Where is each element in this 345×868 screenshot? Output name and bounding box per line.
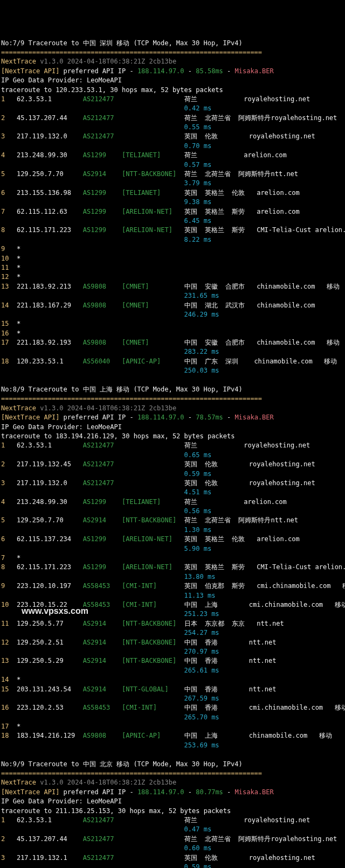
hop-host: CMI-Telia-Cust arelion.com [257,226,345,234]
hop-number: 14 [1,676,17,683]
hop-ip: 129.250.2.51 [17,639,83,646]
hop-host: royalehosting.net [244,816,310,824]
hop-asn: AS2914 [83,685,122,693]
hop-network: [NTT-BACKBONE] [122,516,184,524]
hop-network: [CMNET] [122,283,184,290]
program-name: NextTrace [1,404,40,412]
hop-network [122,816,184,824]
hop-ip: 223.120.2.53 [17,704,83,711]
hop-asn: AS212477 [83,479,122,487]
hop-host: CMI-Telia-Cust arelion.com [257,563,345,571]
hop-latency: 250.03 ms [184,367,219,374]
hop-asn: AS56040 [83,358,122,365]
hop-location: 荷兰 北荷兰省 阿姆斯特丹 [184,835,271,843]
hop-number: 9 [1,245,17,253]
hop-network: [TELIANET] [122,151,184,159]
hop-number: 10 [1,601,17,608]
hop-host: arelion.com [257,208,299,215]
hop-latency: 265.70 ms [184,713,219,721]
hop-network [122,442,184,449]
hop-row: 11 * [1,263,344,272]
hop-latency-row: 265.70 ms [1,713,344,722]
hop-ip: 217.119.132.0 [17,479,83,487]
hop-number: 1 [1,95,17,103]
hop-latency: 0.59 ms [184,863,212,868]
hop-host: ntt.net [271,170,298,178]
hop-host: arelion.com [244,151,286,159]
hop-network [122,132,184,140]
hop-host: royalehosting.net [271,114,337,122]
hop-row: 1 62.3.53.1 AS212477 荷兰 royalehosting.ne… [1,816,344,825]
separator: ========================================… [1,395,262,402]
hop-row: 18 183.194.216.129 AS9808 [APNIC-AP] 中国 … [1,731,344,740]
hop-number: 3 [1,479,17,487]
hop-host: ntt.net [257,620,284,627]
hop-number: 16 [1,330,17,337]
hop-timeout: * [17,255,20,262]
hop-location: 英国 伦敦 [184,460,249,468]
hop-timeout: * [17,245,20,253]
hop-ip: 62.3.53.1 [17,816,83,824]
hop-latency-row: 0.59 ms [1,863,344,868]
hop-asn: AS1299 [83,189,122,197]
hop-latency: 254.27 ms [184,629,219,636]
hop-timeout: * [17,554,20,562]
hop-latency: 0.47 ms [184,825,212,833]
hop-asn: AS2914 [83,657,122,664]
hop-network: [TELIANET] [122,189,184,197]
hop-ip: 213.155.136.98 [17,189,83,197]
hop-location: 中国 香港 [184,704,249,711]
hop-asn: AS1299 [83,151,122,159]
hop-latency: 0.70 ms [184,142,212,150]
hop-network: [CMI-INT] [122,704,184,711]
hop-latency: 265.61 ms [184,667,219,674]
hop-host: ntt.net [249,657,277,664]
hop-number: 17 [1,339,17,346]
hop-row: 7 * [1,554,344,563]
hop-latency-row: 253.69 ms [1,741,344,750]
hop-latency-row: 0.55 ms [1,123,344,132]
hop-latency: 9.38 ms [184,198,212,206]
hop-number: 7 [1,554,17,562]
hop-number: 4 [1,151,17,159]
hop-location: 英国 伦敦 [184,479,249,487]
hop-row: 9 * [1,244,344,254]
hop-network: [NTT-BACKBONE] [122,639,184,646]
hop-location: 荷兰 北荷兰省 阿姆斯特丹 [184,516,271,524]
hop-network: [TELIANET] [122,498,184,506]
separator: ========================================… [1,769,262,777]
hop-host: royalehosting.net [249,460,315,468]
program-name: NextTrace [1,58,40,65]
hop-number: 12 [1,273,17,281]
hop-asn: AS58453 [83,601,122,608]
hop-row: 3 217.119.132.0 AS212477 英国 伦敦 royalehos… [1,132,344,141]
build-info: v1.3.0 2024-04-18T06:38:21Z 2cb13be [40,779,176,786]
hop-ip: 129.250.7.70 [17,516,83,524]
hop-number: 4 [1,498,17,506]
hop-ip: 221.183.167.29 [17,302,83,309]
hop-number: 9 [1,582,17,590]
hop-timeout: * [17,273,20,281]
hop-latency: 5.90 ms [184,545,212,552]
hop-host: ntt.net [271,516,298,524]
hop-latency: 0.57 ms [184,161,212,169]
hop-row: 14 * [1,675,344,684]
hop-network: [APNIC-AP] [122,358,184,365]
hop-asn: AS1299 [83,226,122,234]
hop-row: 15 203.131.243.54 AS2914 [NTT-GLOBAL] 中国… [1,685,344,694]
hop-host: royalehosting.net [271,835,337,843]
hop-network [122,95,184,103]
hop-host: cmi.chinamobile.com 移动 [257,582,345,590]
hop-latency-row: 4.51 ms [1,488,344,497]
hop-latency: 6.45 ms [184,217,212,225]
hop-number: 8 [1,563,17,571]
hop-row: 16 * [1,329,344,338]
hop-ip: 223.120.10.197 [17,582,83,590]
hop-host: cmi.chinamobile.com 移动 [249,601,345,608]
hop-ip: 217.119.132.0 [17,132,83,140]
hop-latency-row: 0.60 ms [1,844,344,853]
hop-number: 2 [1,114,17,122]
hop-number: 11 [1,620,17,627]
api-latency: 80.77ms [196,788,223,796]
api-provider: [NextTrace API] [1,67,64,75]
